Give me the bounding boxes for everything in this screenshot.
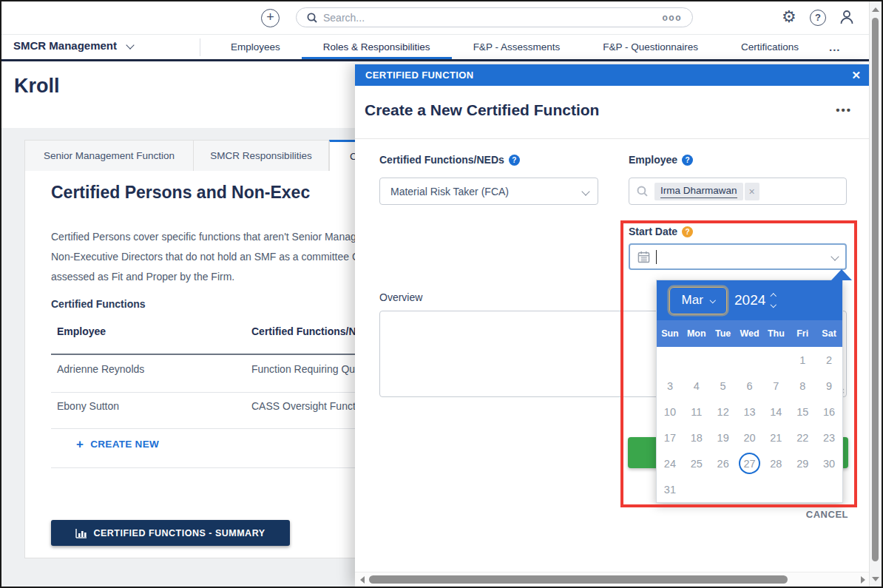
- calendar-day-1[interactable]: 1: [789, 354, 816, 366]
- calendar-day-6[interactable]: 6: [737, 380, 763, 392]
- nav-tab-employees[interactable]: Employees: [209, 35, 302, 59]
- calendar-day-23[interactable]: 23: [816, 432, 842, 444]
- calendar-day-28[interactable]: 28: [762, 458, 789, 470]
- calendar-day-18[interactable]: 18: [683, 432, 710, 444]
- settings-icon[interactable]: ⚙: [782, 7, 796, 26]
- chevron-down-icon: [830, 252, 839, 260]
- nav-tab-f-p-questionnaires[interactable]: F&P - Questionnaires: [581, 35, 720, 59]
- help-badge-icon[interactable]: ?: [682, 155, 693, 166]
- nav-tab-certifications[interactable]: Certifications: [720, 35, 820, 59]
- calendar-day-9[interactable]: 9: [816, 380, 842, 392]
- calendar-day-13[interactable]: 13: [737, 406, 763, 418]
- calendar-day-12[interactable]: 12: [710, 406, 737, 418]
- horizontal-scroll-thumb[interactable]: [369, 575, 788, 584]
- page-tab-smcr-responsibilities[interactable]: SMCR Responsibilities: [194, 140, 329, 171]
- calendar-day-20[interactable]: 20: [737, 432, 763, 444]
- calendar-day-15[interactable]: 15: [789, 406, 816, 418]
- chevron-up-icon[interactable]: [771, 294, 777, 300]
- calendar-day-24[interactable]: 24: [657, 458, 683, 470]
- search-placeholder: Search...: [323, 12, 663, 24]
- calendar-week: 3456789: [657, 373, 842, 399]
- start-date-label: Start Date?: [629, 226, 693, 237]
- calendar-day-31[interactable]: 31: [657, 484, 683, 496]
- nav-tab-roles-responsibilities[interactable]: Roles & Responsibilities: [302, 35, 452, 59]
- chevron-down-icon: [126, 41, 134, 49]
- calendar-day-27[interactable]: 27: [737, 453, 763, 474]
- calendar-day-22[interactable]: 22: [789, 432, 816, 444]
- calendar-day-names: SunMonTueWedThuFriSat: [657, 320, 842, 347]
- help-badge-icon[interactable]: ?: [509, 155, 520, 166]
- calendar-dayname-wed: Wed: [737, 328, 763, 339]
- modal-divider: [355, 138, 871, 139]
- calendar-day-19[interactable]: 19: [710, 432, 737, 444]
- text-cursor: [656, 250, 657, 264]
- chevron-down-icon[interactable]: [771, 301, 777, 307]
- calendar-week: 10111213141516: [657, 399, 842, 425]
- more-options-icon[interactable]: •••: [836, 104, 852, 116]
- nav-tab-f-p-assessments[interactable]: F&P - Assessments: [452, 35, 582, 59]
- start-date-input[interactable]: [629, 243, 847, 270]
- calendar-day-30[interactable]: 30: [816, 458, 842, 470]
- calendar-day-26[interactable]: 26: [710, 458, 737, 470]
- user-icon[interactable]: [838, 8, 856, 29]
- section-description: Certified Persons cover specific functio…: [51, 227, 359, 287]
- calendar-week: 12: [657, 347, 842, 373]
- page-vertical-scrollbar[interactable]: [869, 1, 882, 587]
- vertical-scroll-thumb[interactable]: [872, 18, 879, 561]
- calendar-day-10[interactable]: 10: [657, 406, 683, 418]
- calendar-day-8[interactable]: 8: [789, 380, 816, 392]
- bar-chart-icon: [75, 528, 87, 538]
- scroll-down-icon[interactable]: [872, 577, 879, 581]
- table-header-row: Employee Certified Functions/NE: [57, 325, 106, 337]
- close-icon[interactable]: ✕: [851, 69, 861, 82]
- search-options-icon[interactable]: ooo: [663, 13, 683, 23]
- modal-horizontal-scrollbar[interactable]: [355, 572, 871, 587]
- question-glyph: ?: [815, 12, 821, 23]
- help-icon[interactable]: ?: [810, 10, 826, 26]
- calendar-week: 17181920212223: [657, 425, 842, 450]
- calendar-day-3[interactable]: 3: [657, 380, 683, 392]
- month-select[interactable]: Mar: [669, 287, 727, 314]
- topbar: + Search... ooo ⚙ ?: [1, 1, 882, 35]
- date-picker-popup: Mar 2024 SunMonTueWedThuFriSat 123456789…: [656, 280, 843, 503]
- employee-label: Employee?: [629, 154, 693, 166]
- plus-icon: +: [76, 437, 84, 451]
- add-icon[interactable]: +: [261, 9, 280, 27]
- calendar-day-2[interactable]: 2: [816, 354, 842, 366]
- calendar-day-25[interactable]: 25: [683, 458, 710, 470]
- calendar-day-17[interactable]: 17: [657, 432, 683, 444]
- scroll-right-icon[interactable]: [861, 576, 865, 584]
- global-search-input[interactable]: Search... ooo: [296, 7, 693, 27]
- cell-employee: Ebony Sutton: [57, 400, 119, 412]
- certified-functions-summary-button[interactable]: CERTIFIED FUNCTIONS - SUMMARY: [51, 520, 290, 546]
- scroll-left-icon[interactable]: [360, 576, 365, 584]
- table-row-ebony-sutton[interactable]: Ebony SuttonCASS Oversight Functi: [57, 400, 119, 412]
- help-badge-icon[interactable]: ?: [682, 226, 693, 237]
- calendar-day-5[interactable]: 5: [710, 380, 737, 392]
- calendar-day-16[interactable]: 16: [816, 406, 842, 418]
- table-row-adrienne-reynolds[interactable]: Adrienne ReynoldsFunction Requiring Qu: [57, 363, 144, 375]
- calendar-day-14[interactable]: 14: [762, 406, 789, 418]
- modal-banner: CERTIFIED FUNCTION ✕: [355, 64, 871, 86]
- calendar-day-11[interactable]: 11: [683, 406, 710, 418]
- cancel-link[interactable]: CANCEL: [806, 509, 848, 520]
- app-window: + Search... ooo ⚙ ? SMCR Management Empl…: [0, 0, 883, 588]
- table-title: Certified Functions: [51, 298, 146, 310]
- chip-remove-icon[interactable]: ×: [745, 183, 759, 200]
- year-spinner[interactable]: [771, 294, 776, 306]
- page-tab-senior-management-function[interactable]: Senior Management Function: [24, 140, 194, 171]
- scroll-up-icon[interactable]: [872, 7, 879, 12]
- calendar-day-21[interactable]: 21: [762, 432, 789, 444]
- nav-more-icon[interactable]: ...: [820, 38, 850, 57]
- create-new-link[interactable]: +CREATE NEW: [76, 437, 159, 452]
- calendar-day-4[interactable]: 4: [683, 380, 710, 392]
- app-switcher[interactable]: SMCR Management: [13, 39, 133, 52]
- calendar-dayname-sat: Sat: [816, 328, 842, 339]
- calendar-day-7[interactable]: 7: [762, 380, 789, 392]
- description-line: Non-Executive Directors that do not hold…: [51, 247, 359, 267]
- calendar-day-29[interactable]: 29: [789, 458, 816, 470]
- certified-functions-label: Certified Functions/NEDs?: [379, 154, 520, 166]
- employee-search-input[interactable]: Irma Dharmawan ×: [629, 178, 847, 205]
- plus-glyph: +: [266, 10, 274, 24]
- certified-functions-select[interactable]: Material Risk Taker (FCA): [379, 178, 598, 205]
